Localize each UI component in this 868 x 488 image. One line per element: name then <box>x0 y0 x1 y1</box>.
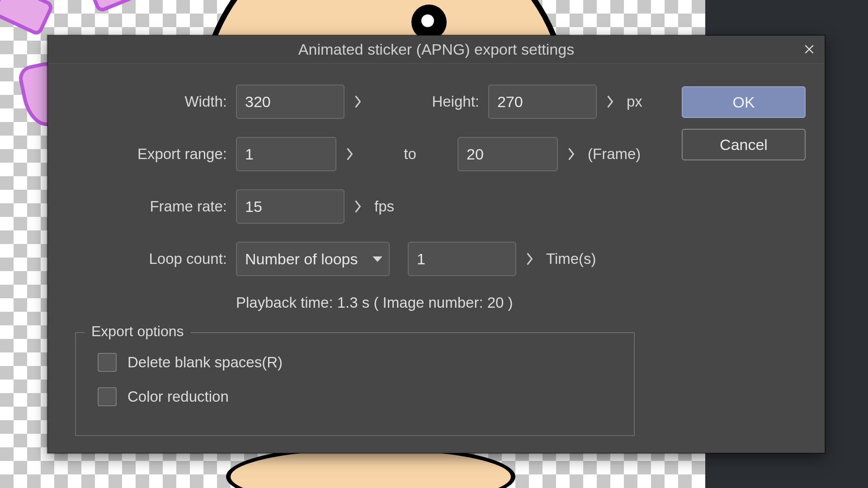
height-stepper[interactable] <box>597 84 623 119</box>
range-to-input[interactable] <box>458 137 558 171</box>
fps-unit: fps <box>371 198 452 215</box>
chevron-right-icon <box>344 147 354 161</box>
row-dimensions: Width: Height: px <box>64 84 635 119</box>
frame-rate-input[interactable] <box>236 189 344 224</box>
color-reduction-checkbox[interactable] <box>98 387 117 406</box>
frame-unit: (Frame) <box>584 145 661 163</box>
loop-count-label: Loop count: <box>64 250 236 267</box>
close-icon <box>803 43 815 55</box>
loop-mode-dropdown-wrap: Number of loops <box>236 242 390 276</box>
px-unit: px <box>623 93 677 110</box>
chevron-right-icon <box>605 94 615 109</box>
close-button[interactable] <box>798 38 820 60</box>
export-options-legend: Export options <box>85 323 190 340</box>
export-range-label: Export range: <box>64 145 236 163</box>
cancel-button[interactable]: Cancel <box>682 129 806 160</box>
height-input[interactable] <box>488 84 597 119</box>
row-loop-count: Loop count: Number of loops Time(s) <box>64 242 635 276</box>
chevron-right-icon <box>353 199 363 214</box>
sticker-art-eye <box>411 5 447 40</box>
chevron-right-icon <box>353 94 363 109</box>
export-settings-dialog: Animated sticker (APNG) export settings … <box>47 35 825 453</box>
chevron-right-icon <box>524 252 534 266</box>
export-options-group: Export options Delete blank spaces(R) Co… <box>75 332 635 436</box>
color-reduction-label: Color reduction <box>127 388 229 405</box>
width-label: Width: <box>64 93 236 110</box>
row-export-range: Export range: to (Frame) <box>64 137 635 171</box>
dialog-content: Width: Height: px Export range: <box>48 64 825 453</box>
delete-blank-spaces-option[interactable]: Delete blank spaces(R) <box>98 353 612 372</box>
loop-mode-dropdown[interactable]: Number of loops <box>236 242 390 276</box>
delete-blank-label: Delete blank spaces(R) <box>127 354 283 371</box>
ok-button[interactable]: OK <box>682 86 806 118</box>
range-from-input[interactable] <box>236 137 336 171</box>
range-to-label: to <box>363 145 458 163</box>
range-from-stepper[interactable] <box>336 137 363 171</box>
range-to-stepper[interactable] <box>558 137 584 171</box>
frame-rate-label: Frame rate: <box>64 198 236 215</box>
width-input[interactable] <box>236 84 344 119</box>
row-frame-rate: Frame rate: fps <box>64 189 635 224</box>
width-stepper[interactable] <box>344 84 371 119</box>
dialog-titlebar: Animated sticker (APNG) export settings <box>48 36 825 64</box>
chevron-right-icon <box>566 147 576 161</box>
height-label: Height: <box>371 93 488 110</box>
dialog-buttons: OK Cancel <box>682 86 806 160</box>
loop-unit: Time(s) <box>542 250 633 267</box>
form-area: Width: Height: px Export range: <box>64 84 635 311</box>
loop-count-input[interactable] <box>408 242 516 276</box>
delete-blank-checkbox[interactable] <box>98 353 117 372</box>
loop-count-stepper[interactable] <box>516 242 542 276</box>
playback-info: Playback time: 1.3 s ( Image number: 20 … <box>64 294 635 311</box>
dialog-title: Animated sticker (APNG) export settings <box>298 41 574 58</box>
frame-rate-stepper[interactable] <box>344 189 371 224</box>
color-reduction-option[interactable]: Color reduction <box>98 387 612 406</box>
